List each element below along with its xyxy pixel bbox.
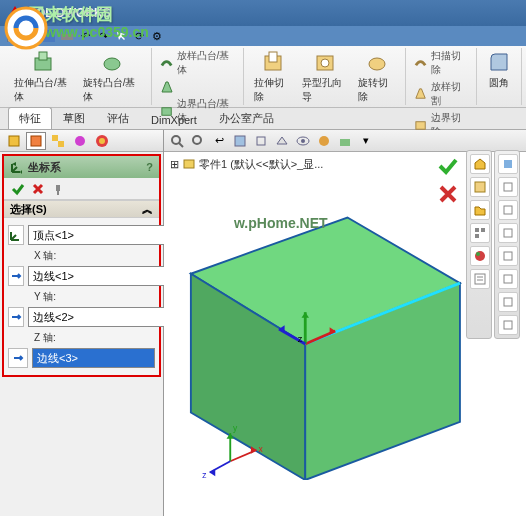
site-logo bbox=[4, 6, 48, 50]
flyout-tree-root[interactable]: ⊞ 零件1 (默认<<默认>_显... bbox=[170, 156, 323, 172]
tab-office[interactable]: 办公室产品 bbox=[208, 107, 285, 129]
edit-appearance-icon[interactable] bbox=[315, 132, 333, 150]
heads-up-7-icon[interactable] bbox=[498, 292, 518, 312]
qat-options-icon[interactable]: ⚙ bbox=[150, 29, 164, 43]
svg-point-55 bbox=[475, 251, 485, 261]
extrude-boss-button[interactable]: 拉伸凸台/基体 bbox=[10, 48, 77, 106]
svg-point-27 bbox=[301, 139, 305, 143]
svg-rect-64 bbox=[504, 298, 512, 306]
expand-icon[interactable]: ⊞ bbox=[170, 158, 179, 171]
panel-tab-dim-icon[interactable] bbox=[70, 132, 90, 150]
prev-view-icon[interactable]: ↩ bbox=[210, 132, 228, 150]
swept-boss-button[interactable]: 放样凸台/基体 bbox=[158, 48, 237, 78]
revolve-boss-button[interactable]: 旋转凸台/基体 bbox=[79, 48, 146, 106]
panel-tab-render-icon[interactable] bbox=[92, 132, 112, 150]
svg-point-12 bbox=[369, 58, 385, 70]
help-icon[interactable]: ? bbox=[146, 161, 153, 173]
view-settings-icon[interactable]: ▾ bbox=[357, 132, 375, 150]
heads-up-8-icon[interactable] bbox=[498, 315, 518, 335]
svg-rect-30 bbox=[184, 160, 194, 168]
heads-up-3-icon[interactable] bbox=[498, 200, 518, 220]
z-axis-label: Z 轴: bbox=[34, 331, 155, 345]
svg-rect-60 bbox=[504, 206, 512, 214]
fillet-button[interactable]: 圆角 bbox=[483, 48, 515, 92]
hide-show-icon[interactable] bbox=[294, 132, 312, 150]
lofted-cut-button[interactable]: 放样切割 bbox=[412, 79, 470, 109]
origin-point-icon[interactable] bbox=[8, 225, 24, 245]
swept-cut-button[interactable]: 扫描切除 bbox=[412, 48, 470, 78]
heads-up-1-icon[interactable] bbox=[498, 154, 518, 174]
extrude-cut-button[interactable]: 拉伸切除 bbox=[250, 48, 295, 106]
task-resources-icon[interactable] bbox=[470, 154, 490, 174]
graphics-viewport[interactable]: ↩ ▾ ⊞ 零件1 (默认<<默认>_显... w.pHome.NET bbox=[164, 130, 526, 516]
svg-point-11 bbox=[321, 59, 329, 67]
origin-input[interactable] bbox=[28, 225, 176, 245]
svg-text:z: z bbox=[202, 470, 206, 480]
property-manager: 坐标系 ? 选择(S) ︽ X 轴: bbox=[2, 154, 161, 377]
panel-tab-feature-icon[interactable] bbox=[4, 132, 24, 150]
hole-wizard-button[interactable]: 异型孔向导 bbox=[298, 48, 353, 106]
tab-sketch[interactable]: 草图 bbox=[52, 107, 96, 129]
heads-up-6-icon[interactable] bbox=[498, 269, 518, 289]
propmgr-header: 坐标系 ? bbox=[4, 156, 159, 178]
svg-point-56 bbox=[476, 252, 480, 256]
svg-rect-59 bbox=[504, 183, 512, 191]
svg-rect-63 bbox=[504, 275, 512, 283]
selection-section-header[interactable]: 选择(S) ︽ bbox=[4, 200, 159, 218]
quick-access-toolbar: ↶ ↷ ⟳ ⚙ bbox=[0, 26, 526, 46]
tab-evaluate[interactable]: 评估 bbox=[96, 107, 140, 129]
svg-point-28 bbox=[319, 136, 329, 146]
zoom-area-icon[interactable] bbox=[189, 132, 207, 150]
section-view-icon[interactable] bbox=[231, 132, 249, 150]
graphics-ok-icon[interactable] bbox=[436, 154, 460, 178]
task-file-explorer-icon[interactable] bbox=[470, 200, 490, 220]
svg-point-6 bbox=[104, 58, 120, 70]
ok-icon[interactable] bbox=[10, 181, 26, 197]
x-axis-label: X 轴: bbox=[34, 249, 155, 263]
zoom-fit-icon[interactable] bbox=[168, 132, 186, 150]
apply-scene-icon[interactable] bbox=[336, 132, 354, 150]
view-orient-icon[interactable] bbox=[252, 132, 270, 150]
svg-rect-54 bbox=[475, 234, 479, 238]
svg-marker-49 bbox=[210, 469, 216, 477]
qat-select-icon[interactable] bbox=[114, 29, 128, 43]
collapse-icon[interactable]: ︽ bbox=[142, 202, 153, 217]
view-toolbar: ↩ ▾ bbox=[164, 130, 526, 152]
pushpin-icon[interactable] bbox=[50, 181, 66, 197]
heads-up-5-icon[interactable] bbox=[498, 246, 518, 266]
panel-tab-propmgr-icon[interactable] bbox=[26, 132, 46, 150]
heads-up-2-icon[interactable] bbox=[498, 177, 518, 197]
task-view-palette-icon[interactable] bbox=[470, 223, 490, 243]
y-axis-input[interactable] bbox=[28, 307, 176, 327]
svg-rect-17 bbox=[58, 141, 64, 147]
qat-undo-icon[interactable]: ↶ bbox=[78, 29, 92, 43]
task-custom-props-icon[interactable] bbox=[470, 269, 490, 289]
qat-rebuild-icon[interactable]: ⟳ bbox=[132, 29, 146, 43]
revolve-cut-button[interactable]: 旋转切除 bbox=[354, 48, 399, 106]
lofted-boss-button[interactable] bbox=[158, 79, 237, 95]
x-flip-icon[interactable] bbox=[8, 266, 24, 286]
y-flip-icon[interactable] bbox=[8, 307, 24, 327]
graphics-cancel-icon[interactable] bbox=[436, 182, 460, 206]
qat-redo-icon[interactable]: ↷ bbox=[96, 29, 110, 43]
cancel-icon[interactable] bbox=[30, 181, 46, 197]
qat-print-icon[interactable] bbox=[60, 29, 74, 43]
title-bar: SOLIDWORKS bbox=[0, 0, 526, 26]
tab-feature[interactable]: 特征 bbox=[8, 107, 52, 129]
panel-tab-config-icon[interactable] bbox=[48, 132, 68, 150]
svg-rect-9 bbox=[269, 52, 277, 62]
svg-rect-24 bbox=[235, 136, 245, 146]
x-axis-input[interactable] bbox=[28, 266, 176, 286]
svg-rect-15 bbox=[31, 136, 41, 146]
y-axis-label: Y 轴: bbox=[34, 290, 155, 304]
task-appearances-icon[interactable] bbox=[470, 246, 490, 266]
task-design-lib-icon[interactable] bbox=[470, 177, 490, 197]
panel-tabs bbox=[0, 130, 163, 152]
tab-dimxpert[interactable]: DimXpert bbox=[140, 110, 208, 129]
svg-rect-58 bbox=[504, 160, 512, 168]
part-icon bbox=[182, 156, 196, 172]
z-axis-input[interactable]: 边线<3> bbox=[32, 348, 155, 368]
display-style-icon[interactable] bbox=[273, 132, 291, 150]
heads-up-4-icon[interactable] bbox=[498, 223, 518, 243]
z-flip-icon[interactable] bbox=[8, 348, 28, 368]
